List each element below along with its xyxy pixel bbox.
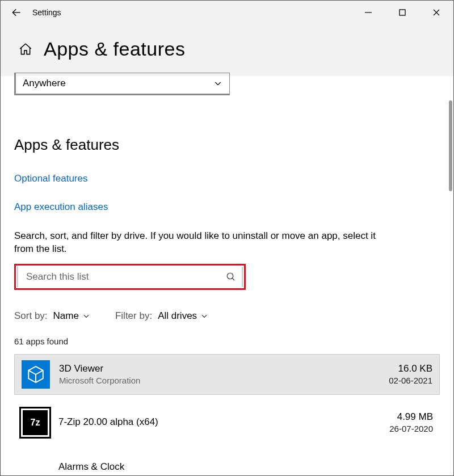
- filter-value: All drives: [158, 310, 197, 322]
- scrollbar-thumb[interactable]: [449, 100, 452, 191]
- filter-by-button[interactable]: Filter by: All drives: [115, 310, 208, 322]
- minimize-icon: [364, 9, 372, 16]
- app-name: Alarms & Clock: [58, 461, 124, 473]
- search-highlight: [14, 264, 246, 290]
- optional-features-link[interactable]: Optional features: [14, 173, 440, 184]
- page-title: Apps & features: [44, 38, 185, 60]
- maximize-button[interactable]: [385, 1, 419, 24]
- filter-label: Filter by:: [115, 310, 152, 322]
- app-icon-alarms: [21, 453, 49, 476]
- app-icon-3dviewer: [22, 360, 50, 389]
- window-controls: [351, 1, 453, 24]
- back-button[interactable]: [1, 1, 32, 24]
- search-icon: [226, 272, 236, 282]
- app-row[interactable]: 7z 7-Zip 20.00 alpha (x64) 4.99 MB 26-07…: [14, 403, 440, 443]
- svg-point-5: [227, 273, 233, 279]
- arrow-left-icon: [11, 7, 22, 18]
- home-icon: [18, 42, 33, 57]
- app-name: 7-Zip 20.00 alpha (x64): [58, 416, 380, 428]
- app-text: 3D Viewer Microsoft Corporation: [59, 363, 380, 385]
- app-date: 26-07-2020: [389, 424, 433, 433]
- sort-value: Name: [53, 310, 79, 322]
- maximize-icon: [398, 9, 406, 16]
- minimize-button[interactable]: [351, 1, 385, 24]
- app-name: 3D Viewer: [59, 363, 380, 374]
- svg-rect-2: [400, 10, 405, 15]
- app-icon-7zip: 7z: [21, 408, 49, 437]
- chevron-down-icon: [82, 312, 90, 320]
- sort-by-button[interactable]: Sort by: Name: [14, 310, 90, 322]
- svg-line-9: [36, 370, 43, 374]
- title-bar: Settings: [1, 1, 453, 24]
- home-button[interactable]: [18, 41, 33, 57]
- section-title: Apps & features: [14, 136, 440, 154]
- app-text: 7-Zip 20.00 alpha (x64): [58, 416, 380, 429]
- app-execution-aliases-link[interactable]: App execution aliases: [14, 201, 440, 213]
- install-source-dropdown[interactable]: Anywhere: [14, 73, 230, 95]
- app-date: 02-06-2021: [389, 376, 432, 385]
- cube-icon: [26, 365, 45, 384]
- install-source-value: Anywhere: [23, 78, 66, 89]
- app-meta: 4.99 MB 26-07-2020: [389, 411, 433, 433]
- search-box[interactable]: [17, 267, 243, 287]
- content-area: Anywhere Apps & features Optional featur…: [1, 73, 453, 476]
- svg-line-8: [28, 370, 36, 374]
- chevron-down-icon: [200, 312, 208, 320]
- app-row[interactable]: 3D Viewer Microsoft Corporation 16.0 KB …: [14, 354, 440, 395]
- app-size: 4.99 MB: [389, 411, 433, 423]
- chevron-down-icon: [213, 79, 222, 88]
- window-title: Settings: [32, 8, 351, 17]
- search-input[interactable]: [24, 271, 226, 283]
- app-row[interactable]: Alarms & Clock: [14, 453, 440, 476]
- page-header: Apps & features: [1, 24, 453, 76]
- sort-filter-row: Sort by: Name Filter by: All drives: [14, 310, 440, 322]
- app-size: 16.0 KB: [389, 363, 432, 374]
- close-icon: [432, 9, 440, 16]
- app-meta: 16.0 KB 02-06-2021: [389, 363, 432, 385]
- app-vendor: Microsoft Corporation: [59, 376, 380, 385]
- sort-label: Sort by:: [14, 310, 48, 322]
- close-button[interactable]: [419, 1, 453, 24]
- section-description: Search, sort, and filter by drive. If yo…: [14, 230, 377, 256]
- app-count: 61 apps found: [14, 336, 440, 346]
- svg-line-6: [232, 278, 234, 280]
